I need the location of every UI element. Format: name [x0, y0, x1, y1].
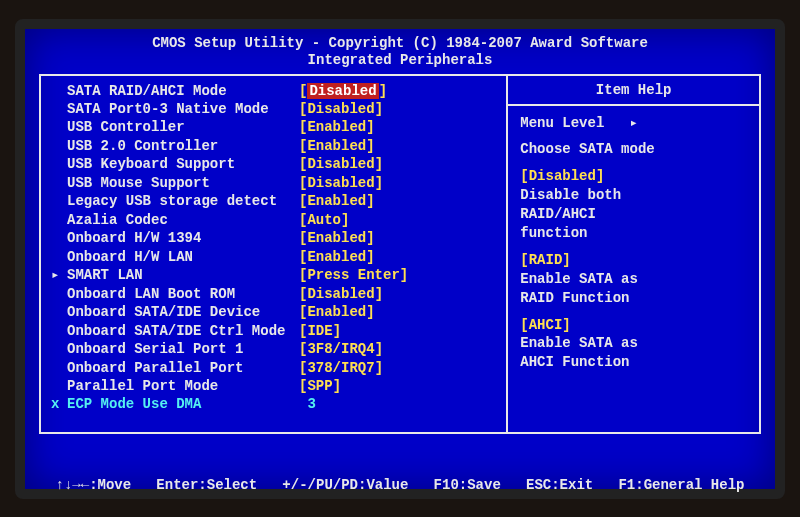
row-marker [51, 137, 67, 155]
setting-value-text: Enabled [307, 249, 366, 265]
setting-row[interactable]: Onboard Serial Port 1[3F8/IRQ4] [51, 340, 502, 358]
setting-value[interactable]: [Enabled] [299, 248, 375, 266]
footer-line-1: ↑↓→←:Move Enter:Select +/-/PU/PD:Value F… [39, 476, 761, 494]
setting-row[interactable]: Parallel Port Mode[SPP] [51, 377, 502, 395]
menu-level-label: Menu Level [520, 115, 604, 131]
setting-value[interactable]: [Enabled] [299, 118, 375, 136]
row-marker [51, 118, 67, 136]
setting-value[interactable]: [SPP] [299, 377, 341, 395]
bios-screen: CMOS Setup Utility - Copyright (C) 1984-… [15, 19, 785, 499]
row-marker [51, 248, 67, 266]
row-marker [51, 229, 67, 247]
setting-value-text: Press Enter [307, 267, 399, 283]
row-marker [51, 322, 67, 340]
help-option-block: [RAID]Enable SATA asRAID Function [520, 251, 747, 308]
setting-label: Legacy USB storage detect [67, 192, 299, 210]
setting-row[interactable]: Onboard H/W LAN[Enabled] [51, 248, 502, 266]
settings-pane[interactable]: SATA RAID/AHCI Mode[Disabled]SATA Port0-… [41, 76, 508, 432]
setting-value-text: 3F8/IRQ4 [307, 341, 374, 357]
row-marker [51, 192, 67, 210]
setting-value[interactable]: [Disabled] [299, 82, 387, 100]
setting-label: Onboard H/W LAN [67, 248, 299, 266]
chevron-right-icon [630, 115, 638, 131]
setting-value-text: Disabled [307, 83, 378, 99]
setting-value-text: Disabled [307, 156, 374, 172]
setting-label: Onboard Parallel Port [67, 359, 299, 377]
setting-value[interactable]: [Enabled] [299, 192, 375, 210]
setting-label: USB 2.0 Controller [67, 137, 299, 155]
setting-value[interactable]: [3F8/IRQ4] [299, 340, 383, 358]
setting-value-text: IDE [307, 323, 332, 339]
setting-label: Onboard SATA/IDE Ctrl Mode [67, 322, 299, 340]
help-option-line: AHCI Function [520, 353, 747, 372]
disabled-x-icon: x [51, 395, 67, 413]
row-marker [51, 359, 67, 377]
help-option-head: [RAID] [520, 251, 747, 270]
row-marker [51, 211, 67, 229]
setting-row[interactable]: Onboard Parallel Port[378/IRQ7] [51, 359, 502, 377]
setting-value-text: Enabled [307, 304, 366, 320]
setting-value[interactable]: [Disabled] [299, 155, 383, 173]
footer: ↑↓→←:Move Enter:Select +/-/PU/PD:Value F… [39, 440, 761, 518]
setting-value-text: Enabled [307, 138, 366, 154]
setting-value[interactable]: [Enabled] [299, 137, 375, 155]
setting-value[interactable]: [IDE] [299, 322, 341, 340]
setting-value-text: Disabled [307, 101, 374, 117]
setting-value[interactable]: [Disabled] [299, 174, 383, 192]
setting-row[interactable]: USB Mouse Support[Disabled] [51, 174, 502, 192]
row-marker [51, 82, 67, 100]
header-title-2: Integrated Peripherals [39, 52, 761, 70]
setting-value[interactable]: [Disabled] [299, 100, 383, 118]
help-body: Menu Level Choose SATA mode [Disabled]Di… [508, 106, 759, 389]
menu-level-row: Menu Level [520, 114, 747, 133]
setting-value[interactable]: [Enabled] [299, 229, 375, 247]
setting-label: Parallel Port Mode [67, 377, 299, 395]
setting-row[interactable]: Onboard SATA/IDE Device[Enabled] [51, 303, 502, 321]
setting-row[interactable]: USB 2.0 Controller[Enabled] [51, 137, 502, 155]
row-marker [51, 303, 67, 321]
setting-row[interactable]: Azalia Codec[Auto] [51, 211, 502, 229]
help-option-line: function [520, 224, 747, 243]
help-option-line: RAID/AHCI [520, 205, 747, 224]
setting-row[interactable]: Onboard SATA/IDE Ctrl Mode[IDE] [51, 322, 502, 340]
setting-value[interactable]: [Auto] [299, 211, 349, 229]
setting-value[interactable]: 3 [299, 395, 316, 413]
main-frame: SATA RAID/AHCI Mode[Disabled]SATA Port0-… [39, 74, 761, 434]
setting-label: Azalia Codec [67, 211, 299, 229]
setting-label: ECP Mode Use DMA [67, 395, 299, 413]
setting-value[interactable]: [Enabled] [299, 303, 375, 321]
setting-label: USB Mouse Support [67, 174, 299, 192]
setting-row[interactable]: SATA RAID/AHCI Mode[Disabled] [51, 82, 502, 100]
help-option-head: [Disabled] [520, 167, 747, 186]
setting-row[interactable]: SATA Port0-3 Native Mode[Disabled] [51, 100, 502, 118]
setting-value[interactable]: [Disabled] [299, 285, 383, 303]
setting-value-text: Disabled [307, 286, 374, 302]
setting-value-text: Enabled [307, 193, 366, 209]
row-marker [51, 174, 67, 192]
setting-value-text: Enabled [307, 119, 366, 135]
setting-value[interactable]: [378/IRQ7] [299, 359, 383, 377]
triangle-right-icon: ▸ [51, 266, 67, 284]
help-title: Item Help [508, 76, 759, 106]
setting-value[interactable]: [Press Enter] [299, 266, 408, 284]
help-option-head: [AHCI] [520, 316, 747, 335]
setting-row[interactable]: Legacy USB storage detect[Enabled] [51, 192, 502, 210]
help-option-line: Enable SATA as [520, 270, 747, 289]
setting-row[interactable]: USB Keyboard Support[Disabled] [51, 155, 502, 173]
help-option-line: Disable both [520, 186, 747, 205]
setting-row[interactable]: xECP Mode Use DMA 3 [51, 395, 502, 413]
setting-row[interactable]: ▸SMART LAN[Press Enter] [51, 266, 502, 284]
setting-label: USB Keyboard Support [67, 155, 299, 173]
row-marker [51, 340, 67, 358]
setting-value-text: 3 [307, 396, 315, 412]
setting-row[interactable]: Onboard LAN Boot ROM[Disabled] [51, 285, 502, 303]
setting-row[interactable]: Onboard H/W 1394[Enabled] [51, 229, 502, 247]
row-marker [51, 100, 67, 118]
setting-value-text: Auto [307, 212, 341, 228]
setting-label: Onboard SATA/IDE Device [67, 303, 299, 321]
setting-value-text: SPP [307, 378, 332, 394]
setting-row[interactable]: USB Controller[Enabled] [51, 118, 502, 136]
setting-label: Onboard LAN Boot ROM [67, 285, 299, 303]
help-option-line: Enable SATA as [520, 334, 747, 353]
help-option-line: RAID Function [520, 289, 747, 308]
